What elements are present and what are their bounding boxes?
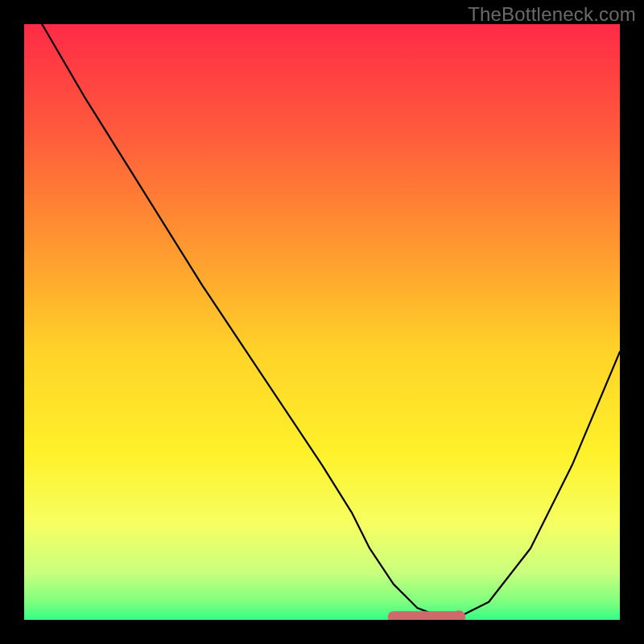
watermark-text: TheBottleneck.com (468, 3, 636, 26)
chart-container: TheBottleneck.com (0, 0, 644, 644)
gradient-background (24, 24, 620, 620)
bottleneck-chart (24, 24, 620, 620)
